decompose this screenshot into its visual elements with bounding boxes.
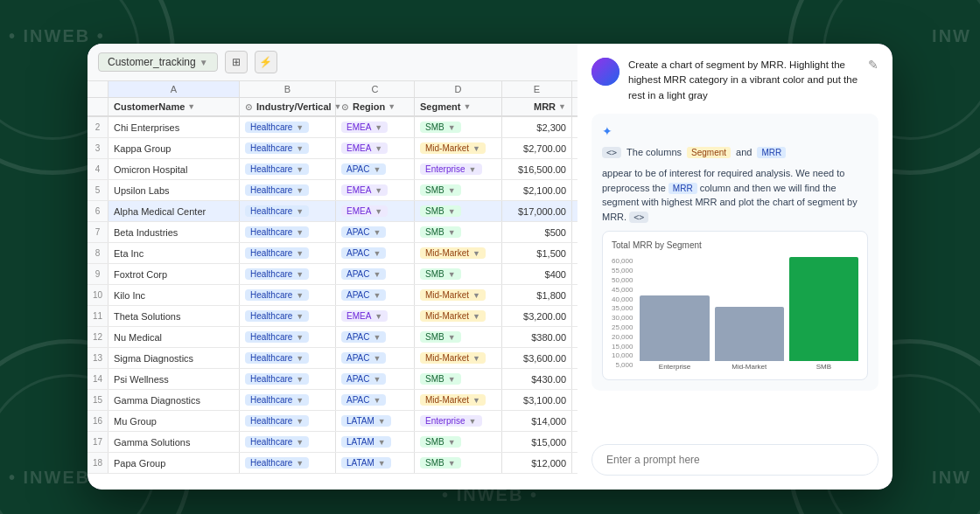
customer-name-cell: Beta Industries bbox=[108, 222, 240, 242]
data-table[interactable]: 2 Chi Enterprises Healthcare▼ EMEA▼ SMB▼… bbox=[88, 117, 578, 490]
table-row[interactable]: 7 Beta Industries Healthcare▼ APAC▼ SMB▼… bbox=[88, 222, 578, 243]
tag-dropdown-icon: ▼ bbox=[374, 186, 382, 195]
tag-dropdown-icon: ▼ bbox=[374, 291, 382, 300]
region-cell: APAC▼ bbox=[336, 348, 415, 368]
customer-name-cell: Alpha Medical Center bbox=[108, 201, 240, 221]
region-cell: EMEA▼ bbox=[336, 138, 415, 158]
customer-name-cell: Gamma Diagnostics bbox=[108, 390, 240, 410]
industry-cell: Healthcare▼ bbox=[240, 138, 336, 158]
table-row[interactable]: 5 Upsilon Labs Healthcare▼ EMEA▼ SMB▼ $2… bbox=[88, 180, 578, 201]
header-industry[interactable]: ⊙ Industry/Vertical ▼ bbox=[240, 98, 336, 115]
table-row[interactable]: 8 Eta Inc Healthcare▼ APAC▼ Mid-Market▼ … bbox=[88, 243, 578, 264]
segment-tag: Mid-Market▼ bbox=[420, 394, 486, 406]
bar-enterprise: Enterprise bbox=[640, 257, 709, 371]
lightning-icon[interactable]: ⚡ bbox=[255, 51, 277, 73]
row-number: 4 bbox=[88, 159, 108, 179]
industry-tag: Healthcare▼ bbox=[245, 247, 309, 259]
region-tag: EMEA▼ bbox=[341, 205, 388, 217]
tag-dropdown-icon: ▼ bbox=[296, 186, 304, 195]
table-row[interactable]: 9 Foxtrot Corp Healthcare▼ APAC▼ SMB▼ $4… bbox=[88, 264, 578, 285]
table-row[interactable]: 3 Kappa Group Healthcare▼ EMEA▼ Mid-Mark… bbox=[88, 138, 578, 159]
tag-dropdown-icon: ▼ bbox=[469, 165, 477, 174]
table-row[interactable]: 4 Omicron Hospital Healthcare▼ APAC▼ Ent… bbox=[88, 159, 578, 180]
chat-input[interactable] bbox=[592, 444, 878, 476]
tag-dropdown-icon: ▼ bbox=[296, 438, 304, 447]
customer-name-cell: Kappa Group bbox=[108, 138, 240, 158]
y-label: 55,000 bbox=[612, 267, 633, 274]
industry-cell: Healthcare▼ bbox=[240, 369, 336, 389]
ai-sparkle-icon: ✦ bbox=[602, 124, 868, 138]
industry-tag: Healthcare▼ bbox=[245, 122, 309, 133]
region-cell: EMEA▼ bbox=[336, 180, 415, 200]
tag-dropdown-icon: ▼ bbox=[448, 228, 456, 237]
mrr-cell: $17,000.00 bbox=[502, 201, 572, 221]
industry-tag: Healthcare▼ bbox=[245, 394, 309, 406]
row-number: 6 bbox=[88, 201, 108, 221]
table-row[interactable]: 15 Gamma Diagnostics Healthcare▼ APAC▼ M… bbox=[88, 390, 578, 411]
y-axis: 60,000 55,000 50,000 45,000 40,000 35,00… bbox=[612, 257, 633, 371]
col-b-header: B bbox=[240, 81, 336, 97]
formula-icon[interactable]: ⊞ bbox=[225, 51, 248, 73]
table-row[interactable]: 16 Mu Group Healthcare▼ LATAM▼ Enterpris… bbox=[88, 411, 578, 432]
industry-tag: Healthcare▼ bbox=[245, 415, 309, 427]
sheet-tab[interactable]: Customer_tracking ▼ bbox=[98, 52, 218, 72]
table-row[interactable]: 13 Sigma Diagnostics Healthcare▼ APAC▼ M… bbox=[88, 348, 578, 369]
industry-tag: Healthcare▼ bbox=[245, 331, 309, 343]
segment-cell: Mid-Market▼ bbox=[415, 285, 502, 305]
table-row[interactable]: 14 Psi Wellness Healthcare▼ APAC▼ SMB▼ $… bbox=[88, 369, 578, 390]
segment-tag: SMB▼ bbox=[420, 331, 461, 343]
industry-tag: Healthcare▼ bbox=[245, 289, 309, 301]
row-number: 10 bbox=[88, 285, 108, 305]
tag-dropdown-icon: ▼ bbox=[374, 123, 382, 132]
chat-input-area[interactable] bbox=[592, 444, 878, 476]
customer-name-cell: Eta Inc bbox=[108, 243, 240, 263]
header-region[interactable]: ⊙ Region ▼ bbox=[336, 98, 415, 115]
bar-enterprise-label: Enterprise bbox=[659, 363, 690, 371]
edit-icon[interactable]: ✎ bbox=[868, 58, 878, 72]
region-tag: APAC▼ bbox=[341, 289, 386, 301]
region-tag: LATAM▼ bbox=[341, 436, 391, 448]
industry-cell: Healthcare▼ bbox=[240, 390, 336, 410]
header-segment[interactable]: Segment ▼ bbox=[415, 98, 502, 115]
tag-dropdown-icon: ▼ bbox=[374, 396, 382, 405]
region-tag: APAC▼ bbox=[341, 394, 386, 406]
segment-cell: SMB▼ bbox=[415, 180, 502, 200]
customer-name-cell: Papa Group bbox=[108, 453, 240, 473]
user-avatar bbox=[592, 58, 620, 86]
header-mrr[interactable]: MRR ▼ bbox=[502, 98, 572, 115]
row-number: 12 bbox=[88, 327, 108, 347]
table-row[interactable]: 17 Gamma Solutions Healthcare▼ LATAM▼ SM… bbox=[88, 432, 578, 453]
mrr-cell: $16,500.00 bbox=[502, 159, 572, 179]
row-number: 7 bbox=[88, 222, 108, 242]
tag-dropdown-icon: ▼ bbox=[374, 375, 382, 384]
table-row[interactable]: 2 Chi Enterprises Healthcare▼ EMEA▼ SMB▼… bbox=[88, 117, 578, 138]
tag-dropdown-icon: ▼ bbox=[374, 354, 382, 363]
industry-tag: Healthcare▼ bbox=[245, 205, 309, 217]
column-letters-row: A B C D E bbox=[88, 81, 578, 98]
y-label: 35,000 bbox=[612, 304, 633, 312]
segment-tag: SMB▼ bbox=[420, 457, 461, 469]
spreadsheet-panel: Customer_tracking ▼ ⊞ ⚡ A B C D E Custom… bbox=[88, 44, 578, 490]
mrr-cell: $2,300 bbox=[502, 117, 572, 137]
mrr-inline-badge: MRR bbox=[668, 183, 697, 194]
tag-dropdown-icon: ▼ bbox=[296, 270, 304, 279]
region-tag: APAC▼ bbox=[341, 331, 386, 343]
tag-dropdown-icon: ▼ bbox=[378, 417, 386, 426]
table-row[interactable]: 11 Theta Solutions Healthcare▼ EMEA▼ Mid… bbox=[88, 306, 578, 327]
region-cell: APAC▼ bbox=[336, 159, 415, 179]
row-number: 2 bbox=[88, 117, 108, 137]
header-customer-name[interactable]: CustomerName ▼ bbox=[108, 98, 240, 115]
table-row[interactable]: 10 Kilo Inc Healthcare▼ APAC▼ Mid-Market… bbox=[88, 285, 578, 306]
table-row[interactable]: 12 Nu Medical Healthcare▼ APAC▼ SMB▼ $38… bbox=[88, 327, 578, 348]
y-label: 60,000 bbox=[612, 257, 633, 265]
segment-tag: SMB▼ bbox=[420, 268, 461, 280]
industry-tag: Healthcare▼ bbox=[245, 373, 309, 385]
segment-tag: SMB▼ bbox=[420, 122, 461, 133]
y-label: 20,000 bbox=[612, 333, 633, 341]
tab-dropdown-icon: ▼ bbox=[200, 58, 208, 67]
table-row[interactable]: 6 Alpha Medical Center Healthcare▼ EMEA▼… bbox=[88, 201, 578, 222]
table-row[interactable]: 18 Papa Group Healthcare▼ LATAM▼ SMB▼ $1… bbox=[88, 453, 578, 474]
user-message-container: Create a chart of segment by MRR. Highli… bbox=[592, 58, 878, 103]
industry-cell: Healthcare▼ bbox=[240, 327, 336, 347]
mrr-cell: $3,200.00 bbox=[502, 306, 572, 326]
